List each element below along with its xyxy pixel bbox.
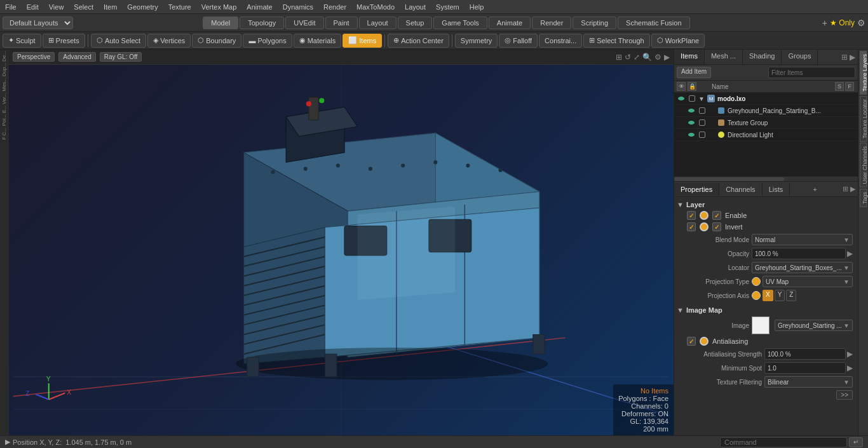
items-button[interactable]: ⬜ Items (342, 34, 382, 48)
settings-icon[interactable]: ⚙ (857, 18, 865, 28)
vtab-user-channels[interactable]: User Channels (860, 143, 867, 187)
tab-mesh[interactable]: Mesh ... (705, 50, 743, 64)
item-vis-1b[interactable] (688, 94, 696, 103)
menu-help[interactable]: Help (465, 2, 489, 12)
aa-strength-expand[interactable]: ▶ (847, 350, 853, 358)
vp-icon-6[interactable]: ▶ (664, 53, 670, 62)
layer-expand-icon[interactable]: ▼ (677, 201, 684, 208)
item-vis-3b[interactable] (698, 118, 707, 127)
col-filter[interactable]: F (845, 82, 854, 91)
vertices-button[interactable]: ◈ Vertices (147, 34, 191, 48)
layout-tab-scripting[interactable]: Scripting (573, 17, 616, 29)
layout-tab-setup[interactable]: Setup (398, 17, 433, 29)
presets-button[interactable]: ⊞ Presets (43, 34, 85, 48)
vp-icon-5[interactable]: ⚙ (654, 53, 661, 62)
tab-shading[interactable]: Shading (743, 50, 782, 64)
symmetry-button[interactable]: Symmetry (455, 34, 498, 48)
enable-checkbox[interactable]: ✓ (687, 211, 696, 220)
falloff-button[interactable]: ◎ Falloff (499, 34, 538, 48)
image-map-expand-icon[interactable]: ▼ (677, 306, 684, 314)
menu-maxtomodo[interactable]: MaxToModo (351, 2, 400, 12)
layout-selector[interactable]: Default Layouts (3, 17, 73, 29)
command-input[interactable] (720, 437, 847, 447)
antialiasing-checkbox[interactable]: ✓ (687, 337, 696, 346)
item-vis-2[interactable] (687, 106, 696, 115)
panel-icon-1[interactable]: ⊞ (841, 53, 848, 62)
menu-file[interactable]: File (0, 2, 22, 12)
layout-tab-schematic[interactable]: Schematic Fusion (618, 17, 689, 29)
list-item[interactable]: Texture Group (674, 117, 858, 129)
menu-system[interactable]: System (431, 2, 465, 12)
layout-tab-model[interactable]: Model (203, 17, 238, 29)
add-layout-button[interactable]: + (822, 18, 827, 28)
prop-icon-expand[interactable]: ⊞ (843, 185, 848, 193)
axis-y-button[interactable]: Y (775, 290, 785, 301)
opacity-value[interactable]: 100.0 % (752, 248, 846, 259)
tab-items[interactable]: Items (674, 50, 705, 64)
add-item-button[interactable]: Add Item (677, 67, 711, 78)
list-item[interactable]: ▼ M modo.lxo (674, 93, 858, 105)
enable-check2[interactable]: ✓ (712, 211, 721, 220)
raygl-button[interactable]: Ray GL: Off (100, 52, 142, 62)
items-scrollbar[interactable] (674, 176, 858, 181)
layout-tab-animate[interactable]: Animate (489, 17, 531, 29)
locator-dropdown[interactable]: Greyhound_Starting_Boxes_... ▼ (752, 262, 853, 273)
add-prop-tab-button[interactable]: + (809, 183, 820, 196)
vtab-tags[interactable]: Tags (860, 189, 867, 207)
filter-items-input[interactable] (768, 67, 855, 78)
materials-button[interactable]: ◉ Materials (294, 34, 342, 48)
menu-select[interactable]: Select (69, 2, 98, 12)
proj-type-dropdown[interactable]: UV Map ▼ (763, 276, 853, 287)
prop-tab-lists[interactable]: Lists (763, 183, 790, 196)
opacity-expand[interactable]: ▶ (847, 249, 853, 258)
blend-mode-dropdown[interactable]: Normal ▼ (752, 234, 853, 245)
polygons-button[interactable]: ▬ Polygons (243, 34, 292, 48)
perspective-button[interactable]: Perspective (13, 52, 55, 62)
image-dropdown[interactable]: Greyhound_Starting ... ▼ (775, 320, 853, 331)
list-item[interactable]: Greyhound_Racing_Starting_B... (674, 105, 858, 117)
expand-more-button[interactable]: >> (836, 390, 853, 400)
expand-arrow-1[interactable]: ▼ (698, 95, 705, 102)
select-through-button[interactable]: ⊞ Select Through (583, 34, 649, 48)
viewport[interactable]: Perspective Advanced Ray GL: Off ⊞ ↺ ⤢ 🔍… (9, 50, 674, 435)
col-sort[interactable]: S (835, 82, 844, 91)
layout-tab-uvedit[interactable]: UVEdit (285, 17, 323, 29)
layout-tab-layout[interactable]: Layout (359, 17, 397, 29)
prop-tab-channels[interactable]: Channels (719, 183, 762, 196)
boundary-button[interactable]: ⬡ Boundary (192, 34, 241, 48)
prop-tab-properties[interactable]: Properties (674, 183, 719, 196)
vp-icon-2[interactable]: ↺ (625, 53, 631, 62)
item-vis-4b[interactable] (698, 130, 707, 139)
menu-layout[interactable]: Layout (400, 2, 431, 12)
menu-view[interactable]: View (44, 2, 69, 12)
item-vis-1[interactable] (677, 94, 686, 103)
layout-tab-gametools[interactable]: Game Tools (433, 17, 487, 29)
vtab-texture-layers[interactable]: Texture Layers (860, 51, 867, 95)
list-item[interactable]: Directional Light (674, 129, 858, 141)
tex-filtering-dropdown[interactable]: Bilinear ▼ (764, 376, 853, 388)
action-center-button[interactable]: ⊕ Action Center (388, 34, 449, 48)
prop-icon-float[interactable]: ▶ (850, 185, 855, 193)
layout-tab-topology[interactable]: Topology (240, 17, 284, 29)
min-spot-expand[interactable]: ▶ (847, 363, 853, 372)
vp-icon-3[interactable]: ⤢ (634, 53, 640, 62)
item-vis-2b[interactable] (698, 106, 707, 115)
aa-strength-value[interactable]: 100.0 % (764, 348, 846, 360)
axis-x-button[interactable]: X (763, 290, 773, 301)
invert-check2[interactable]: ✓ (712, 222, 721, 231)
menu-edit[interactable]: Edit (22, 2, 44, 12)
min-spot-value[interactable]: 1.0 (764, 362, 846, 374)
item-vis-4[interactable] (687, 130, 696, 139)
advanced-button[interactable]: Advanced (58, 52, 95, 62)
vp-icon-4[interactable]: 🔍 (642, 53, 652, 62)
menu-geometry[interactable]: Geometry (122, 2, 163, 12)
layout-tab-render[interactable]: Render (532, 17, 571, 29)
axis-z-button[interactable]: Z (786, 290, 796, 301)
panel-icon-2[interactable]: ▶ (850, 53, 855, 62)
menu-item[interactable]: Item (98, 2, 122, 12)
layout-tab-paint[interactable]: Paint (325, 17, 358, 29)
menu-animate[interactable]: Animate (241, 2, 277, 12)
command-submit[interactable]: ↵ (849, 437, 863, 447)
vp-icon-1[interactable]: ⊞ (616, 53, 622, 62)
invert-checkbox[interactable]: ✓ (687, 222, 696, 231)
